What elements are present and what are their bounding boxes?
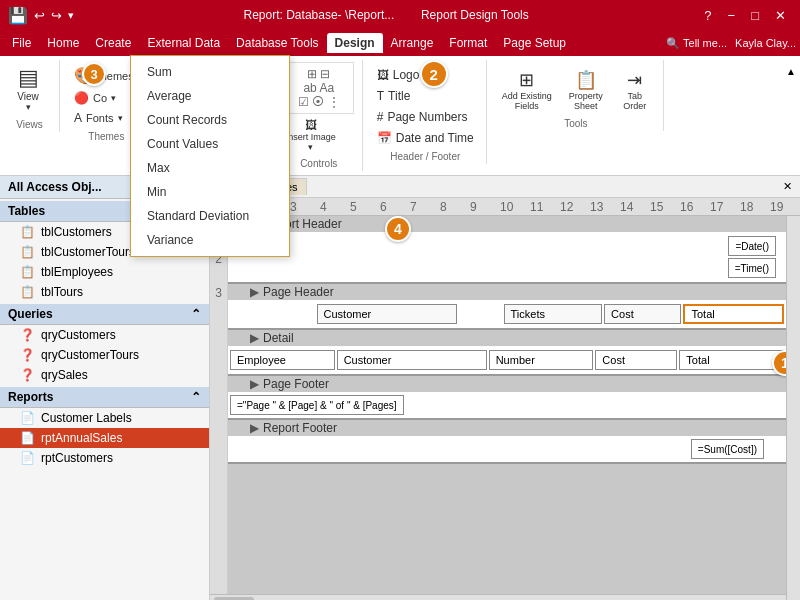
page-numbers-button[interactable]: # Page Numbers <box>373 108 478 126</box>
query-icon-customers: ❓ <box>20 328 35 342</box>
dropdown-item-count-records[interactable]: Count Records <box>131 108 289 132</box>
dropdown-item-average[interactable]: Average <box>131 84 289 108</box>
dropdown-item-sum[interactable]: Sum <box>131 60 289 84</box>
detail-employee[interactable]: Employee <box>230 350 335 370</box>
callout-4: 4 <box>385 216 411 242</box>
property-sheet-icon: 📋 <box>575 69 597 91</box>
detail-cost[interactable]: Cost <box>595 350 677 370</box>
report-icon-annual-sales: 📄 <box>20 431 35 445</box>
nav-item-qry-customers[interactable]: ❓ qryCustomers <box>0 325 209 345</box>
tell-me-input[interactable]: 🔍 Tell me... <box>666 37 727 50</box>
menu-design[interactable]: Design <box>327 33 383 53</box>
nav-item-rpt-annual-sales[interactable]: 📄 rptAnnualSales <box>0 428 209 448</box>
sum-formula-field[interactable]: =Sum([Cost]) <box>691 439 764 459</box>
add-fields-icon: ⊞ <box>519 69 534 91</box>
title-bar-left: 💾 ↩ ↪ ▾ <box>8 6 74 25</box>
tab-order-button[interactable]: ⇥ TabOrder <box>615 66 655 114</box>
view-button[interactable]: ▤ View ▾ <box>8 62 48 115</box>
nav-item-tbl-employees[interactable]: 📋 tblEmployees <box>0 262 209 282</box>
image-icon: 🖼 <box>305 118 317 132</box>
nav-item-qry-sales[interactable]: ❓ qrySales <box>0 365 209 385</box>
menu-page-setup[interactable]: Page Setup <box>495 33 574 53</box>
report-area: rptAnnualSales ✕ 1 2 3 4 5 6 7 8 9 10 11… <box>210 176 800 600</box>
dropdown-item-count-values[interactable]: Count Values <box>131 132 289 156</box>
insert-image-button[interactable]: 🖼 Insert Image ▾ <box>284 116 338 154</box>
nav-section-queries[interactable]: Queries ⌃ <box>0 304 209 325</box>
menu-database-tools[interactable]: Database Tools <box>228 33 327 53</box>
horizontal-scrollbar[interactable] <box>210 594 786 600</box>
menu-external-data[interactable]: External Data <box>139 33 228 53</box>
query-icon-sales: ❓ <box>20 368 35 382</box>
page-header-title: ▶ Page Header <box>246 284 786 300</box>
nav-item-tbl-tours[interactable]: 📋 tblTours <box>0 282 209 302</box>
date-time-icon: 📅 <box>377 131 392 145</box>
detail-customer[interactable]: Customer <box>337 350 487 370</box>
col-header-tickets[interactable]: Tickets <box>504 304 603 324</box>
date-time-button[interactable]: 📅 Date and Time <box>373 129 478 147</box>
nav-item-qry-customer-tours[interactable]: ❓ qryCustomerTours <box>0 345 209 365</box>
h-scroll-thumb[interactable] <box>214 597 254 601</box>
fonts-dropdown-icon[interactable]: ▾ <box>118 113 123 123</box>
property-sheet-button[interactable]: 📋 PropertySheet <box>561 66 611 114</box>
close-button[interactable]: ✕ <box>769 6 792 25</box>
tab-close-icon[interactable]: ✕ <box>779 178 796 195</box>
fonts-button[interactable]: A Fonts ▾ <box>70 109 127 127</box>
colors-dropdown-icon[interactable]: ▾ <box>111 93 116 103</box>
title-bar-controls: ? − □ ✕ <box>698 6 792 25</box>
detail-number[interactable]: Number <box>489 350 594 370</box>
reports-expand-icon[interactable]: ⌃ <box>191 390 201 404</box>
report-footer-title: ▶ Report Footer <box>246 420 786 436</box>
menu-create[interactable]: Create <box>87 33 139 53</box>
menu-file[interactable]: File <box>4 33 39 53</box>
view-dropdown-icon[interactable]: ▾ <box>26 102 31 112</box>
col-header-customer[interactable]: Customer <box>317 304 458 324</box>
colors-button[interactable]: 🔴 Co ▾ <box>70 89 120 107</box>
page-header-section: Customer Tickets Cost Total <box>228 300 786 330</box>
customize-icon[interactable]: ▾ <box>68 9 74 22</box>
undo-icon[interactable]: ↩ <box>34 8 45 23</box>
date-field[interactable]: =Date() <box>728 236 776 256</box>
title-bar: 💾 ↩ ↪ ▾ Report: Database- \Report... Rep… <box>0 0 800 30</box>
detail-total[interactable]: Total <box>679 350 784 370</box>
add-existing-fields-button[interactable]: ⊞ Add ExistingFields <box>497 66 557 114</box>
nav-item-customer-labels[interactable]: 📄 Customer Labels <box>0 408 209 428</box>
title-button[interactable]: T Title <box>373 87 478 105</box>
page-footer-section: ="Page " & [Page] & " of " & [Pages] <box>228 392 786 420</box>
minimize-button[interactable]: − <box>722 6 742 25</box>
save-icon[interactable]: 💾 <box>8 6 28 25</box>
col-header-total[interactable]: Total <box>683 304 784 324</box>
menu-format[interactable]: Format <box>441 33 495 53</box>
dropdown-item-variance[interactable]: Variance <box>131 228 289 252</box>
table-icon-customers: 📋 <box>20 225 35 239</box>
dropdown-item-max[interactable]: Max <box>131 156 289 180</box>
queries-expand-icon[interactable]: ⌃ <box>191 307 201 321</box>
ribbon-group-header-footer: 🖼 Logo T Title # Page Numbers 📅 Date and… <box>365 60 487 164</box>
nav-item-rpt-customers[interactable]: 📄 rptCustomers <box>0 448 209 468</box>
maximize-button[interactable]: □ <box>745 6 765 25</box>
menu-home[interactable]: Home <box>39 33 87 53</box>
query-icon-customer-tours: ❓ <box>20 348 35 362</box>
fonts-icon: A <box>74 111 82 125</box>
page-formula-field[interactable]: ="Page " & [Page] & " of " & [Pages] <box>230 395 404 415</box>
time-field[interactable]: =Time() <box>728 258 776 278</box>
vertical-scrollbar[interactable] <box>786 216 800 600</box>
redo-icon[interactable]: ↪ <box>51 8 62 23</box>
dropdown-item-min[interactable]: Min <box>131 180 289 204</box>
callout-1: 1 <box>772 350 786 376</box>
image-dropdown-icon[interactable]: ▾ <box>308 142 313 152</box>
menu-arrange[interactable]: Arrange <box>383 33 442 53</box>
report-header-section: =Date() =Time() <box>228 232 786 284</box>
ribbon-collapse[interactable]: ▲ <box>782 60 800 82</box>
callout-3: 3 <box>82 62 106 86</box>
report-content-wrapper: 1 2 3 ▶ Report Header =Date() =Time() <box>210 216 800 600</box>
dropdown-item-std-dev[interactable]: Standard Deviation <box>131 204 289 228</box>
view-icon: ▤ <box>18 65 39 91</box>
user-account[interactable]: Kayla Clay... <box>735 37 796 49</box>
col-header-cost[interactable]: Cost <box>604 304 681 324</box>
nav-header-title: All Access Obj... <box>8 180 102 194</box>
ribbon-group-views: ▤ View ▾ Views <box>0 60 60 132</box>
controls-label: Controls <box>300 154 337 169</box>
help-button[interactable]: ? <box>698 6 717 25</box>
report-icon-customer-labels: 📄 <box>20 411 35 425</box>
nav-section-reports[interactable]: Reports ⌃ <box>0 387 209 408</box>
